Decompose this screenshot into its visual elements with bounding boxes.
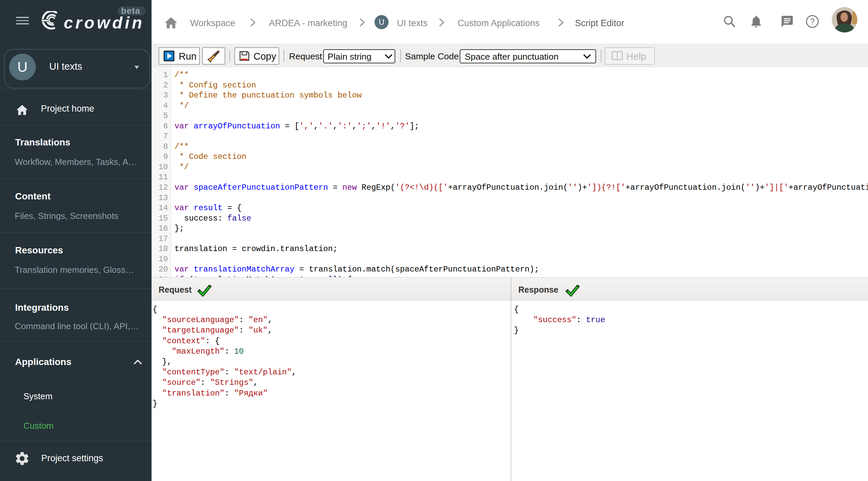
svg-text:?: ?	[810, 17, 815, 26]
